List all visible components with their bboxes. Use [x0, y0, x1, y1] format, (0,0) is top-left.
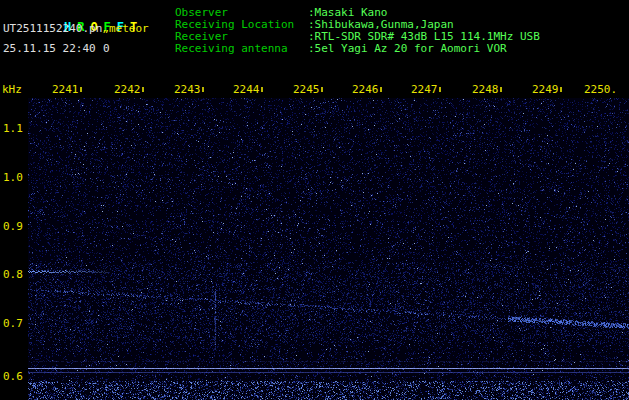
- time-tick: [500, 87, 502, 92]
- time-label-2243: 2243: [174, 84, 201, 96]
- time-label-2247: 2247: [411, 84, 438, 96]
- time-tick: [261, 87, 263, 92]
- freq-label-0-8: 0.8: [3, 269, 23, 281]
- time-tick: [321, 87, 323, 92]
- spectrogram-canvas: [28, 98, 629, 400]
- freq-label-0-7: 0.7: [3, 318, 23, 330]
- file-line: UT2511152240.pn„meteor: [3, 23, 149, 35]
- time-tick: [560, 87, 562, 92]
- time-label-2245: 2245: [293, 84, 320, 96]
- time-label-2244: 2244: [233, 84, 260, 96]
- freq-label-1-1: 1.1: [3, 123, 23, 135]
- freq-label-1-0: 1.0: [3, 172, 23, 184]
- filename: UT2511152240.pn: [3, 22, 102, 35]
- freq-unit-label: kHz: [2, 84, 22, 96]
- time-tick: [142, 87, 144, 92]
- time-tick: [439, 87, 441, 92]
- time-label-2250: 2250.: [584, 84, 617, 96]
- time-tick: [202, 87, 204, 92]
- datetime: 25.11.15 22:40: [3, 43, 96, 55]
- time-tick: [380, 87, 382, 92]
- freq-label-0-9: 0.9: [3, 221, 23, 233]
- time-label-2246: 2246: [352, 84, 379, 96]
- hrofft-window: HROFFT UT2511152240.pn„meteor 25.11.15 2…: [0, 0, 629, 400]
- echo-count: 0: [103, 43, 110, 55]
- time-label-2249: 2249: [532, 84, 559, 96]
- station-name: „meteor: [102, 22, 148, 35]
- info-label-antenna: Receiving antenna: [175, 43, 288, 55]
- time-label-2248: 2248: [472, 84, 499, 96]
- freq-label-0-6: 0.6: [3, 371, 23, 383]
- info-value-antenna: :5el Yagi Az 20 for Aomori VOR: [308, 43, 507, 55]
- time-label-2242: 2242: [114, 84, 141, 96]
- time-tick: [80, 87, 82, 92]
- time-label-2241: 2241: [52, 84, 79, 96]
